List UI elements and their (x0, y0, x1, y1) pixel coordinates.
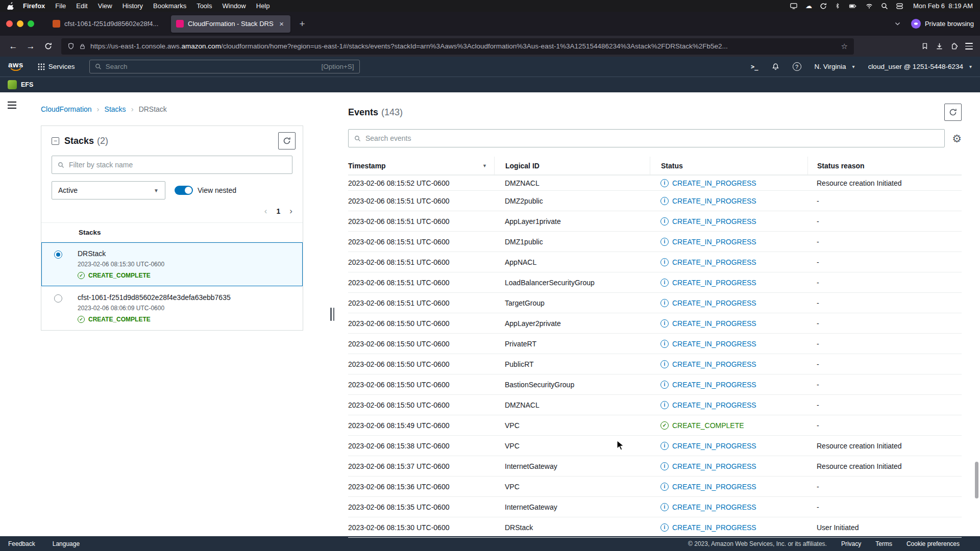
browser-tab-2-active[interactable]: CloudFormation - Stack DRStac... × (171, 15, 290, 33)
stacks-list-header: Stacks (41, 222, 303, 242)
status-check-icon: ✓ (78, 272, 85, 279)
battery-icon[interactable] (848, 3, 857, 10)
window-zoom-button[interactable] (28, 20, 34, 27)
status-icon: i (660, 217, 669, 226)
next-page-button[interactable]: › (289, 206, 292, 216)
preferences-gear-icon[interactable]: ⚙ (952, 133, 962, 144)
back-button[interactable]: ← (5, 39, 21, 54)
list-all-tabs-chevron-icon[interactable] (894, 20, 901, 27)
event-row: 2023-02-06 08:15:50 UTC-0600 PublicRT i … (348, 354, 962, 374)
events-search-input[interactable] (365, 134, 939, 142)
menubar-item-edit[interactable]: Edit (71, 2, 92, 10)
side-nav-menu-icon[interactable] (8, 102, 16, 109)
stack-radio[interactable] (54, 294, 62, 303)
menubar-item-firefox[interactable]: Firefox (18, 2, 50, 10)
stack-list-item[interactable]: cfst-1061-f251d9d85602e28f4e3defa63ebb76… (41, 286, 303, 330)
column-header-timestamp[interactable]: Timestamp ▼ (348, 157, 494, 174)
menubar-item-window[interactable]: Window (217, 2, 251, 10)
stack-radio-selected[interactable] (54, 251, 62, 259)
forward-button[interactable]: → (22, 39, 39, 54)
notifications-bell-icon[interactable] (772, 63, 779, 71)
lock-icon[interactable] (79, 43, 86, 50)
cookie-preferences-link[interactable]: Cookie preferences (906, 540, 960, 547)
tracking-protection-shield-icon[interactable] (67, 42, 75, 50)
cloud-icon[interactable]: ☁ (805, 2, 812, 10)
view-nested-toggle[interactable] (175, 186, 193, 195)
menubar-item-help[interactable]: Help (251, 2, 275, 10)
menubar-clock[interactable]: Mon Feb 6 8:19 AM (913, 2, 973, 10)
menubar-item-tools[interactable]: Tools (191, 2, 217, 10)
sync-icon[interactable] (820, 3, 827, 10)
event-timestamp: 2023-02-06 08:15:38 UTC-0600 (348, 442, 494, 450)
status-label: CREATE_IN_PROGRESS (672, 179, 756, 187)
events-refresh-button[interactable] (944, 104, 962, 121)
stacks-refresh-button[interactable] (278, 132, 296, 149)
services-label: Services (48, 63, 75, 70)
events-table-body: 2023-02-06 08:15:52 UTC-0600 DMZNACL i C… (348, 176, 962, 538)
vertical-scrollbar-thumb[interactable] (975, 462, 978, 498)
aws-console-header: aws Services Search [Option+S] >_ ? N. V… (0, 57, 980, 77)
aws-logo[interactable]: aws (8, 62, 23, 71)
event-row: 2023-02-06 08:15:35 UTC-0600 InternetGat… (348, 497, 962, 517)
stack-status: ✓ CREATE_COMPLETE (78, 316, 231, 323)
cloudshell-icon[interactable]: >_ (751, 63, 758, 70)
extensions-puzzle-icon[interactable] (950, 42, 958, 50)
terms-link[interactable]: Terms (875, 540, 892, 547)
splitter-drag-handle[interactable] (330, 308, 334, 321)
stack-name[interactable]: cfst-1061-f251d9d85602e28f4e3defa63ebb76… (78, 293, 231, 302)
menubar-item-file[interactable]: File (50, 2, 71, 10)
tab-close-icon[interactable]: × (278, 19, 285, 28)
window-minimize-button[interactable] (17, 20, 23, 27)
control-center-icon[interactable] (896, 3, 903, 10)
spotlight-search-icon[interactable] (881, 3, 888, 10)
new-tab-button[interactable]: + (295, 16, 310, 32)
sort-descending-icon: ▼ (482, 163, 487, 168)
pocket-icon[interactable] (921, 42, 928, 50)
services-menu[interactable]: Services (38, 63, 75, 70)
copyright-text: © 2023, Amazon Web Services, Inc. or its… (688, 540, 827, 547)
bluetooth-icon[interactable] (835, 2, 841, 10)
stack-status-filter-select[interactable]: Active ▼ (52, 181, 165, 199)
stacks-count: (2) (97, 136, 108, 146)
event-logical-id: LoadBalancerSecurityGroup (494, 279, 650, 287)
breadcrumb-stacks[interactable]: Stacks (105, 105, 126, 113)
aws-search-shortcut: [Option+S] (321, 63, 354, 70)
previous-page-button[interactable]: ‹ (264, 206, 267, 216)
region-selector[interactable]: N. Virginia▾ (815, 63, 855, 70)
event-status-reason: - (807, 483, 962, 491)
menubar-item-bookmarks[interactable]: Bookmarks (148, 2, 191, 10)
bookmark-star-icon[interactable]: ☆ (841, 42, 848, 51)
event-status: i CREATE_IN_PROGRESS (650, 523, 807, 532)
menubar-item-history[interactable]: History (117, 2, 148, 10)
breadcrumb-cloudformation[interactable]: CloudFormation (41, 105, 92, 113)
privacy-link[interactable]: Privacy (841, 540, 861, 547)
stack-name[interactable]: DRStack (78, 249, 164, 258)
stack-filter-field[interactable] (52, 156, 292, 174)
stack-list-item[interactable]: DRStack 2023-02-06 08:15:30 UTC-0600 ✓ C… (41, 242, 303, 286)
feedback-link[interactable]: Feedback (8, 540, 35, 547)
screen-mirroring-icon[interactable] (790, 2, 798, 10)
event-timestamp: 2023-02-06 08:15:50 UTC-0600 (348, 360, 494, 368)
aws-search-box[interactable]: Search [Option+S] (89, 60, 360, 73)
browser-tab-1[interactable]: cfst-1061-f251d9d85602e28f4... (47, 15, 167, 33)
downloads-icon[interactable] (936, 42, 943, 50)
events-search-field[interactable] (348, 129, 945, 147)
favorite-efs[interactable]: EFS (21, 81, 33, 88)
apple-menu-icon[interactable] (7, 2, 14, 10)
menubar-item-view[interactable]: View (93, 2, 117, 10)
url-bar[interactable]: https://us-east-1.console.aws.amazon.com… (61, 38, 854, 55)
stacks-pagination: ‹ 1 › (52, 206, 292, 222)
account-menu[interactable]: cloud_user @ 1251-5448-6234▾ (868, 63, 972, 70)
window-close-button[interactable] (6, 20, 13, 27)
wifi-icon[interactable] (865, 3, 873, 10)
app-menu-icon[interactable] (965, 43, 973, 49)
reload-button[interactable] (40, 39, 56, 54)
language-link[interactable]: Language (53, 540, 80, 547)
stack-timestamp: 2023-02-06 08:15:30 UTC-0600 (78, 261, 164, 268)
chevron-down-icon: ▾ (969, 64, 972, 69)
current-page[interactable]: 1 (277, 207, 281, 215)
collapse-panel-icon[interactable]: − (52, 137, 59, 145)
stack-filter-input[interactable] (69, 161, 286, 169)
help-icon[interactable]: ? (793, 62, 801, 71)
status-icon: i (660, 340, 669, 348)
